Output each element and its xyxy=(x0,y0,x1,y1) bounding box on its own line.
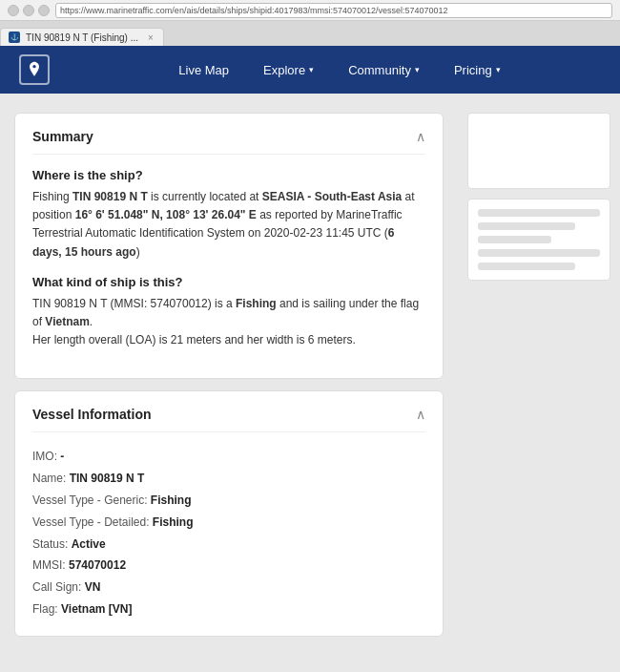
pricing-chevron-icon: ▾ xyxy=(496,65,501,74)
right-card-bottom xyxy=(467,199,610,281)
nav-links: Live Map Explore ▾ Community ▾ Pricing ▾ xyxy=(78,46,601,94)
placeholder-line-4 xyxy=(478,249,600,257)
q1-prefix: Fishing xyxy=(32,190,72,203)
q2-dimensions: Her length overall (LOA) is 21 meters an… xyxy=(32,333,356,346)
vessel-field-label: Vessel Type - Detailed: xyxy=(32,512,153,534)
browser-back[interactable] xyxy=(8,5,19,16)
community-chevron-icon: ▾ xyxy=(415,65,420,74)
placeholder-line-3 xyxy=(478,236,551,243)
nav-logo[interactable] xyxy=(19,54,50,85)
browser-forward[interactable] xyxy=(23,5,34,16)
browser-controls xyxy=(8,5,50,16)
q1-ship-name: TIN 90819 N T xyxy=(72,190,148,203)
vessel-field-label: MMSI: xyxy=(32,555,69,577)
what-body: TIN 90819 N T (MMSI: 574070012) is a Fis… xyxy=(32,295,425,350)
vessel-card-header: Vessel Information ∧ xyxy=(32,407,425,432)
url-text: https://www.marinetraffic.com/en/ais/det… xyxy=(60,6,448,15)
browser-refresh[interactable] xyxy=(38,5,50,16)
vessel-info-row: Name: TIN 90819 N T xyxy=(32,468,425,490)
nav-pricing[interactable]: Pricing ▾ xyxy=(437,46,518,94)
placeholder-line-5 xyxy=(478,262,575,270)
address-bar[interactable]: https://www.marinetraffic.com/en/ais/det… xyxy=(55,3,612,18)
vessel-field-value: Active xyxy=(72,534,106,556)
vessel-info-row: IMO: - xyxy=(32,446,425,468)
right-panel xyxy=(458,103,620,672)
vessel-info-row: Status: Active xyxy=(32,534,425,556)
q2-text3: . xyxy=(90,315,93,328)
tab-close-button[interactable]: × xyxy=(148,32,154,43)
vessel-info-card: Vessel Information ∧ IMO: -Name: TIN 908… xyxy=(14,390,444,636)
vessel-field-label: Name: xyxy=(32,468,70,490)
tab-bar: ⚓ TIN 90819 N T (Fishing) ... × xyxy=(0,21,620,46)
placeholder-line-1 xyxy=(478,209,600,217)
nav-explore[interactable]: Explore ▾ xyxy=(246,46,331,94)
vessel-field-label: Call Sign: xyxy=(32,577,85,598)
q2-text1: TIN 90819 N T (MMSI: 574070012) is a xyxy=(32,297,236,310)
vessel-field-value: Fishing xyxy=(153,512,194,534)
vessel-field-label: Vessel Type - Generic: xyxy=(32,490,151,512)
tab-title: TIN 90819 N T (Fishing) ... xyxy=(26,32,138,43)
vessel-field-label: Flag: xyxy=(32,598,61,620)
vessel-info-row: Call Sign: VN xyxy=(32,577,425,598)
vessel-info-row: Vessel Type - Generic: Fishing xyxy=(32,490,425,512)
vessel-info-row: MMSI: 574070012 xyxy=(32,555,425,577)
q2-type: Fishing xyxy=(236,297,277,310)
summary-collapse-icon[interactable]: ∧ xyxy=(416,129,425,144)
left-panel: Summary ∧ Where is the ship? Fishing TIN… xyxy=(0,103,458,672)
vessel-field-label: Status: xyxy=(32,534,72,556)
vessel-field-value: VN xyxy=(85,577,101,598)
q1-region: SEASIA - South-East Asia xyxy=(262,190,402,203)
vessel-info-table: IMO: -Name: TIN 90819 N TVessel Type - G… xyxy=(32,446,425,620)
what-heading: What kind of ship is this? xyxy=(32,275,425,289)
where-body: Fishing TIN 90819 N T is currently locat… xyxy=(32,188,425,262)
q1-end: ) xyxy=(136,245,140,259)
browser-bar: https://www.marinetraffic.com/en/ais/det… xyxy=(0,0,620,21)
browser-tab[interactable]: ⚓ TIN 90819 N T (Fishing) ... × xyxy=(0,28,164,46)
q1-mid: is currently located at xyxy=(148,190,262,203)
logo-icon xyxy=(25,60,44,79)
where-heading: Where is the ship? xyxy=(32,168,425,182)
vessel-info-title: Vessel Information xyxy=(32,407,151,422)
vessel-collapse-icon[interactable]: ∧ xyxy=(416,407,425,422)
vessel-info-row: Vessel Type - Detailed: Fishing xyxy=(32,512,425,534)
explore-chevron-icon: ▾ xyxy=(309,65,314,74)
vessel-field-value: Vietnam [VN] xyxy=(61,598,132,620)
nav-live-map[interactable]: Live Map xyxy=(161,46,246,94)
vessel-field-value: TIN 90819 N T xyxy=(70,468,145,490)
vessel-field-label: IMO: xyxy=(32,446,60,468)
vessel-field-value: 574070012 xyxy=(69,555,126,577)
nav-community[interactable]: Community ▾ xyxy=(331,46,437,94)
summary-card-header: Summary ∧ xyxy=(32,129,425,155)
right-card-top xyxy=(467,113,610,189)
q1-position: 16° 6' 51.048" N, 108° 13' 26.04" E xyxy=(75,208,257,221)
vessel-info-row: Flag: Vietnam [VN] xyxy=(32,598,425,620)
main-content: Summary ∧ Where is the ship? Fishing TIN… xyxy=(0,94,620,672)
q2-flag: Vietnam xyxy=(45,315,89,328)
summary-title: Summary xyxy=(32,129,93,144)
summary-card: Summary ∧ Where is the ship? Fishing TIN… xyxy=(14,113,444,379)
tab-favicon-icon: ⚓ xyxy=(9,32,20,43)
vessel-field-value: - xyxy=(60,446,64,468)
navbar: Live Map Explore ▾ Community ▾ Pricing ▾ xyxy=(0,46,620,94)
placeholder-line-2 xyxy=(478,222,575,230)
vessel-field-value: Fishing xyxy=(151,490,192,512)
